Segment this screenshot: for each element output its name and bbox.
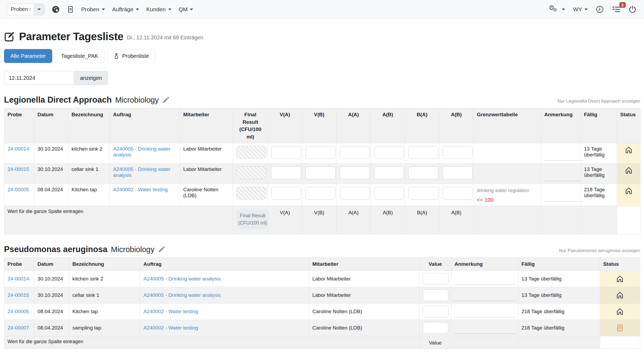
bulk-column-button[interactable]: A(B) <box>374 209 402 216</box>
sample-link[interactable]: 24-00005 <box>8 309 29 314</box>
column-header: Mitarbeiter <box>180 108 233 143</box>
document-icon[interactable] <box>67 6 74 13</box>
order-link[interactable]: A240005 - Drinking water analysis <box>113 146 170 158</box>
bulk-column-button[interactable]: V(A) <box>271 209 299 216</box>
anmerkung-input[interactable] <box>454 291 516 301</box>
cell: 24-00005 <box>4 184 34 206</box>
sample-link[interactable]: 24-00005 <box>8 187 29 192</box>
anmerkung-input[interactable] <box>544 171 582 181</box>
input-v-a[interactable] <box>271 187 301 200</box>
settings-menu[interactable]: ⚙⚙ <box>549 5 565 14</box>
bulk-entry-row: Wert für die ganze Spalte eintragenFinal… <box>4 206 641 234</box>
column-header: Value <box>420 258 451 271</box>
input-a-b-2[interactable] <box>443 166 473 179</box>
clock-icon[interactable] <box>596 5 604 13</box>
anmerkung-cell <box>541 143 581 164</box>
anmerkung-input[interactable] <box>544 192 582 201</box>
input-v-a[interactable] <box>271 146 301 159</box>
menu-kunden[interactable]: Kunden <box>146 6 171 13</box>
cell: A240005 - Drinking water analysis <box>110 164 180 184</box>
order-link[interactable]: A240005 - Drinking water analysis <box>143 276 220 282</box>
house-status-icon[interactable] <box>617 184 641 206</box>
anmerkung-input[interactable] <box>454 275 516 285</box>
order-link[interactable]: A240005 - Drinking water analysis <box>113 166 170 178</box>
value-input[interactable] <box>423 273 448 285</box>
column-header: Fällig <box>518 258 600 271</box>
anmerkung-input[interactable] <box>454 308 516 317</box>
input-v-b[interactable] <box>305 187 335 200</box>
tab-probenliste[interactable]: Probenliste <box>107 49 155 63</box>
tasks-button[interactable]: 2 <box>612 5 620 13</box>
menu-qm[interactable]: QM <box>179 6 193 13</box>
input-b-a[interactable] <box>408 146 438 159</box>
faellig-cell: 13 Tage überfällig <box>518 271 600 287</box>
edit-pencil-icon[interactable] <box>162 97 169 103</box>
bulk-column-button[interactable]: V(B) <box>305 209 333 216</box>
cell: 24-00005 <box>4 304 34 320</box>
menu-auftraege[interactable]: Aufträge <box>112 6 139 13</box>
value-input[interactable] <box>423 322 448 334</box>
bulk-column-button[interactable]: Value <box>423 339 448 346</box>
sample-link[interactable]: 24-00007 <box>8 325 29 331</box>
menu-proben[interactable]: Proben <box>81 6 105 13</box>
sample-link[interactable]: 24-00015 <box>8 292 29 298</box>
sample-link[interactable]: 24-00015 <box>8 166 29 172</box>
section-title: Pseudomonas aeruginosa <box>4 245 107 254</box>
journal-status-icon[interactable] <box>600 320 640 336</box>
search-type-dropdown[interactable] <box>34 3 44 15</box>
input-a-a[interactable] <box>340 166 370 179</box>
search-input[interactable] <box>7 3 34 15</box>
order-link[interactable]: A240002 - Water testing <box>143 325 198 331</box>
input-v-b[interactable] <box>305 146 335 159</box>
input-a-a[interactable] <box>340 187 370 200</box>
input-a-b-2[interactable] <box>443 146 473 159</box>
pencil-square-icon <box>4 31 15 42</box>
tab-alle-parameter[interactable]: Alle Parameter <box>4 49 52 63</box>
input-v-b[interactable] <box>305 166 335 179</box>
bezeichnung-cell: Kitchen tap <box>69 304 140 320</box>
house-status-icon[interactable] <box>600 271 640 287</box>
tab-label: Tagesliste_PAK <box>61 53 98 59</box>
input-a-a[interactable] <box>340 146 370 159</box>
anmerkung-input[interactable] <box>454 324 516 334</box>
input-v-a[interactable] <box>271 166 301 179</box>
input-b-a[interactable] <box>408 166 438 179</box>
bulk-column-button[interactable]: B(A) <box>408 209 436 216</box>
tab-tagesliste-pak[interactable]: Tagesliste_PAK <box>55 49 105 63</box>
value-input[interactable] <box>423 306 448 317</box>
date-input[interactable] <box>4 71 74 85</box>
order-link[interactable]: A240002 - Water testing <box>113 187 168 192</box>
input-b-a[interactable] <box>408 187 438 200</box>
datum-cell: 30.10.2024 <box>34 164 68 184</box>
input-a-b[interactable] <box>374 166 404 179</box>
show-button[interactable]: anzeigen <box>74 71 108 85</box>
faellig-cell: 13 Tage überfällig <box>518 287 600 304</box>
sample-search-group <box>7 3 44 15</box>
value-input[interactable] <box>423 289 448 301</box>
order-link[interactable]: A240002 - Water testing <box>143 309 198 314</box>
bulk-column-button[interactable]: A(B) <box>443 209 470 216</box>
input-a-b[interactable] <box>374 187 404 200</box>
house-status-icon[interactable] <box>617 143 641 164</box>
bulk-column-button-disabled: Final Result (CFU/100 ml) <box>236 209 269 229</box>
page-title: Parameter Tagesliste <box>19 31 123 43</box>
house-status-icon[interactable] <box>600 287 640 304</box>
house-status-icon[interactable] <box>600 304 640 320</box>
house-status-icon[interactable] <box>617 164 641 184</box>
filter-only-pseudomonas-link[interactable]: Nur Pseudomonas aeruginosa anzeigen <box>559 248 640 253</box>
filter-only-legionella-link[interactable]: Nur Legionella Direct Approach anzeigen <box>557 99 640 104</box>
limit-value-link[interactable]: <= 100 <box>477 197 538 203</box>
input-a-b-2[interactable] <box>443 187 473 200</box>
order-link[interactable]: A240005 - Drinking water analysis <box>143 292 220 298</box>
bulk-column-button[interactable]: A(A) <box>340 209 367 216</box>
input-a-b[interactable] <box>374 146 404 159</box>
sample-link[interactable]: 24-00014 <box>8 276 29 282</box>
mitarbeiter-cell: Caroline Nolten (LDB) <box>309 304 419 320</box>
user-menu[interactable]: WY <box>573 6 588 13</box>
sample-link[interactable]: 24-00014 <box>8 146 29 152</box>
palette-icon[interactable] <box>52 5 60 13</box>
power-icon[interactable] <box>628 5 636 13</box>
edit-pencil-icon[interactable] <box>158 246 165 253</box>
anmerkung-input[interactable] <box>544 151 582 161</box>
empty-cell <box>451 336 518 349</box>
